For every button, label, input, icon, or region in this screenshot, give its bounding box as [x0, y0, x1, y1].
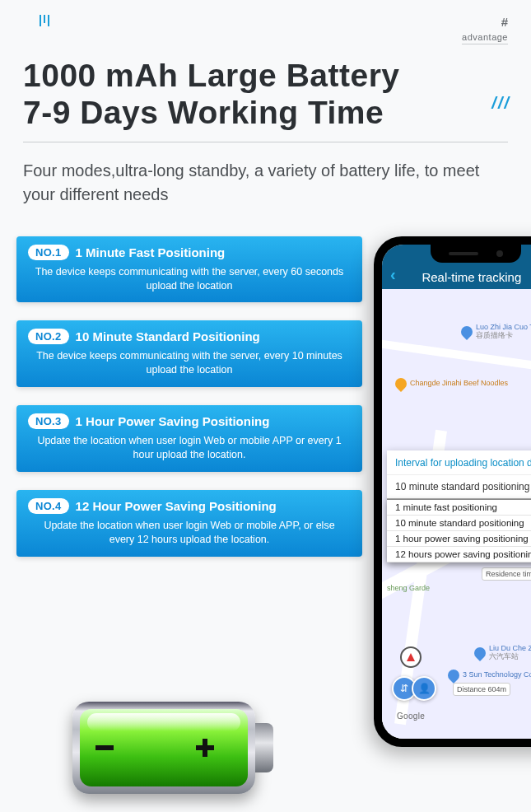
popup-selected[interactable]: 10 minute standard positioning: [387, 475, 531, 499]
headline: 1000 mAh Large Battery 7-9 Days Working …: [0, 44, 531, 132]
mode-card-1: NO.1 1 Minute Fast Positioning The devic…: [16, 236, 362, 303]
map-poi[interactable]: sheng Garde: [387, 584, 430, 592]
accent-marks: [40, 15, 49, 26]
battery-minus-icon: [95, 745, 114, 750]
mode-title: 1 Minute Fast Positioning: [76, 245, 226, 259]
popup-option[interactable]: 12 hours power saving positioning: [387, 547, 531, 562]
hash-symbol: #: [462, 15, 508, 29]
mode-title: 1 Hour Power Saving Positioning: [76, 414, 270, 428]
pin-icon: [445, 667, 462, 684]
battery-illustration: [72, 702, 273, 794]
phone-notch: [431, 245, 521, 263]
map-poi[interactable]: Changde Jinahi Beef Noodles: [395, 378, 508, 390]
top-bar: # advantage: [0, 0, 531, 44]
residence-badge: Residence time:45Da: [482, 567, 531, 581]
compass-icon[interactable]: [400, 646, 422, 668]
mode-desc: The device keeps communicating with the …: [28, 265, 351, 293]
slash-accent: ///: [491, 94, 510, 113]
map-poi[interactable]: Liu Du Che Zhan 六汽车站: [474, 645, 531, 661]
mode-desc: Update the location when user login Web …: [28, 519, 351, 547]
mode-card-2: NO.2 10 Minute Standard Positioning The …: [16, 320, 362, 387]
mode-card-3: NO.3 1 Hour Power Saving Positioning Upd…: [16, 405, 362, 472]
map-area[interactable]: Luo Zhi Jia Cuo Ta 容质描络卡 Changde Jinahi …: [382, 289, 531, 739]
advantage-label: advantage: [462, 32, 508, 44]
popup-option[interactable]: 1 minute fast positioning: [387, 500, 531, 516]
mode-list: NO.1 1 Minute Fast Positioning The devic…: [16, 236, 362, 557]
map-poi[interactable]: Luo Zhi Jia Cuo Ta 容质描络卡: [461, 324, 531, 340]
marker-button[interactable]: 👤: [412, 676, 436, 701]
google-attribution: Google: [397, 712, 425, 721]
mode-card-4: NO.4 12 Hour Power Saving Positioning Up…: [16, 490, 362, 557]
back-icon[interactable]: ‹: [390, 265, 396, 284]
mode-desc: The device keeps communicating with the …: [28, 349, 351, 377]
popup-title: Interval for uploading location data: [387, 450, 531, 476]
mode-badge: NO.3: [28, 413, 69, 429]
popup-option-list: 1 minute fast positioning 10 minute stan…: [387, 499, 531, 562]
popup-option[interactable]: 10 minute standard positioning: [387, 516, 531, 531]
app-title: Real-time tracking: [404, 270, 531, 284]
map-poi[interactable]: 3 Sun Technology Co.LTD: [448, 670, 531, 681]
mode-badge: NO.1: [28, 245, 69, 260]
battery-plus-icon: [196, 745, 214, 750]
interval-popup: Interval for uploading location data 10 …: [387, 450, 531, 563]
phone-screen: ‹ Real-time tracking Luo Zhi Jia Cuo Ta …: [382, 245, 531, 739]
phone-mockup: ‹ Real-time tracking Luo Zhi Jia Cuo Ta …: [374, 236, 531, 747]
headline-text: 1000 mAh Large Battery 7-9 Days Working …: [23, 58, 508, 132]
popup-option[interactable]: 1 hour power saving positioning: [387, 531, 531, 547]
pin-icon: [459, 324, 475, 340]
marker-cluster[interactable]: ⇵ 👤: [397, 676, 436, 701]
pin-icon: [472, 645, 488, 661]
mode-desc: Update the location when user login Web …: [28, 434, 351, 462]
mode-title: 10 Minute Standard Positioning: [76, 329, 260, 343]
distance-badge: Distance 604m: [453, 683, 510, 696]
top-right-label: # advantage: [462, 15, 508, 44]
mode-badge: NO.2: [28, 329, 69, 344]
subheadline: Four modes,ultra-long standby, a variety…: [0, 142, 531, 207]
mode-badge: NO.4: [28, 498, 69, 514]
pin-icon: [393, 376, 409, 392]
mode-title: 12 Hour Power Saving Positioning: [76, 499, 277, 513]
